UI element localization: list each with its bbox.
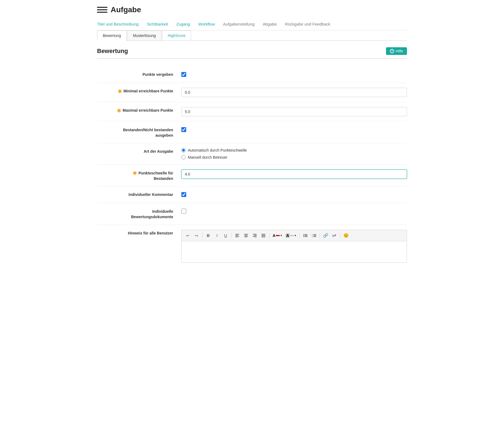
svg-rect-23	[313, 234, 316, 235]
row-bestanden: Bestanden/Nicht bestandenausgeben	[97, 121, 407, 143]
svg-rect-8	[253, 234, 257, 234]
underline-button[interactable]: U	[222, 232, 230, 239]
unordered-list-button[interactable]	[301, 232, 309, 239]
svg-rect-17	[304, 234, 307, 235]
sub-tab-musterlosung[interactable]: Musterlösung	[127, 30, 161, 40]
svg-rect-25	[313, 235, 316, 236]
svg-rect-21	[304, 236, 307, 237]
svg-rect-6	[244, 236, 248, 237]
toolbar-divider-1	[202, 233, 203, 238]
page-header: Aufgabe	[97, 5, 407, 14]
redo-button[interactable]: ↪	[192, 232, 201, 239]
row-individueller-kommentar: Individueller Kommentar	[97, 186, 407, 203]
checkbox-individueller-kommentar[interactable]	[181, 192, 186, 197]
rich-toolbar: ↩ ↪ B I U	[181, 230, 407, 241]
sub-tabs: Bewertung Musterlösung HighScore	[97, 30, 407, 41]
radio-option-automatisch[interactable]: Automatisch durch Punkteschwelle	[181, 148, 407, 152]
row-hinweis: Hinweis für alle Benutzer ↩ ↪ B I U	[97, 225, 407, 268]
checkbox-bestanden[interactable]	[181, 127, 186, 132]
control-punkte-vergeben	[179, 71, 407, 78]
label-hinweis: Hinweis für alle Benutzer	[97, 230, 179, 235]
sub-tab-highscore[interactable]: HighScore	[162, 30, 191, 40]
row-individuelle-bewertungsdokumente: IndividuelleBewertungsdokumente	[97, 203, 407, 225]
svg-rect-3	[235, 237, 238, 237]
toolbar-divider-3	[269, 233, 269, 238]
label-punkteschwelle: ✱ Punkteschwelle fürBestanden	[97, 170, 179, 181]
svg-rect-15	[262, 237, 265, 237]
nav-item-aufgabenstellung[interactable]: Aufgabenstellung	[223, 19, 255, 30]
align-left-button[interactable]	[233, 232, 241, 239]
section-header: Bewertung ? Hilfe	[97, 47, 407, 59]
row-art-der-ausgabe: Art der Ausgabe Automatisch durch Punkte…	[97, 143, 407, 165]
input-punkteschwelle[interactable]	[181, 170, 407, 179]
nav-item-sichtbarkeit[interactable]: Sichtbarkeit	[147, 19, 168, 30]
label-bestanden: Bestanden/Nicht bestandenausgeben	[97, 126, 179, 138]
nav-item-workflow[interactable]: Workflow	[198, 19, 215, 30]
label-individuelle-bewertungsdokumente: IndividuelleBewertungsdokumente	[97, 208, 179, 220]
required-star-punkteschwelle: ✱	[133, 171, 137, 176]
italic-button[interactable]: I	[213, 232, 221, 239]
bg-color-button[interactable]: A ▾	[284, 232, 298, 239]
row-maximal-punkte: ✱ Maximal erreichbare Punkte	[97, 102, 407, 121]
toolbar-divider-5	[320, 233, 320, 238]
control-bestanden	[179, 126, 407, 133]
control-individuelle-bewertungsdokumente	[179, 208, 407, 214]
nav-item-rueckgabe[interactable]: Rückgabe und Feedback	[285, 19, 330, 30]
svg-rect-10	[253, 236, 257, 237]
svg-rect-1	[235, 235, 238, 236]
svg-rect-4	[244, 234, 248, 234]
section-title: Bewertung	[97, 48, 128, 55]
control-art-der-ausgabe: Automatisch durch Punkteschwelle Manuell…	[179, 148, 407, 159]
link-button[interactable]: 🔗	[322, 232, 330, 239]
radio-manuell[interactable]	[181, 155, 186, 159]
list-icon	[97, 6, 107, 14]
nav-item-zugang[interactable]: Zugang	[176, 19, 190, 30]
checkbox-punkte-vergeben[interactable]	[181, 72, 186, 77]
label-individueller-kommentar: Individueller Kommentar	[97, 191, 179, 197]
help-icon: ?	[390, 49, 394, 53]
svg-rect-5	[245, 235, 247, 236]
svg-rect-14	[262, 236, 265, 237]
radio-option-manuell[interactable]: Manuell durch Betreuer	[181, 155, 407, 159]
justify-button[interactable]	[259, 232, 267, 239]
undo-button[interactable]: ↩	[184, 232, 192, 239]
help-label: Hilfe	[396, 49, 403, 53]
control-individueller-kommentar	[179, 191, 407, 198]
align-center-button[interactable]	[242, 232, 250, 239]
svg-rect-2	[235, 236, 239, 237]
toolbar-divider-2	[231, 233, 232, 238]
svg-point-18	[303, 235, 304, 236]
input-maximal-punkte[interactable]	[181, 107, 407, 116]
emoji-button[interactable]: 😊	[342, 232, 350, 239]
control-minimal-punkte	[179, 88, 407, 97]
page-title: Aufgabe	[111, 5, 141, 14]
help-button[interactable]: ? Hilfe	[386, 47, 407, 55]
svg-rect-11	[254, 237, 257, 237]
nav-item-titel[interactable]: Titel und Beschreibung	[97, 19, 139, 30]
bold-button[interactable]: B	[204, 232, 212, 239]
svg-rect-27	[313, 236, 316, 237]
svg-rect-7	[245, 237, 247, 237]
rich-editor[interactable]	[181, 241, 407, 263]
nav-item-abgabe[interactable]: Abgabe	[263, 19, 277, 30]
svg-rect-12	[262, 234, 265, 234]
ordered-list-button[interactable]: 1.2.3.	[310, 232, 318, 239]
svg-rect-9	[254, 235, 257, 236]
required-star-maximal: ✱	[117, 108, 121, 113]
input-minimal-punkte[interactable]	[181, 88, 407, 97]
sub-tab-bewertung[interactable]: Bewertung	[97, 30, 127, 41]
row-punkteschwelle: ✱ Punkteschwelle fürBestanden	[97, 165, 407, 186]
toolbar-divider-4	[299, 233, 300, 238]
radio-group-ausgabe: Automatisch durch Punkteschwelle Manuell…	[181, 148, 407, 159]
radio-automatisch[interactable]	[181, 148, 186, 152]
control-punkteschwelle	[179, 170, 407, 179]
font-color-button[interactable]: A ▾	[271, 232, 284, 239]
svg-point-20	[303, 236, 304, 237]
checkbox-individuelle-bewertungsdokumente[interactable]	[181, 209, 186, 214]
row-minimal-punkte: ✱ Minimal erreichbare Punkte	[97, 83, 407, 102]
control-hinweis: ↩ ↪ B I U	[179, 230, 407, 263]
svg-rect-19	[304, 235, 307, 236]
align-right-button[interactable]	[251, 232, 259, 239]
unlink-button[interactable]	[330, 232, 338, 239]
label-minimal-punkte: ✱ Minimal erreichbare Punkte	[97, 88, 179, 94]
